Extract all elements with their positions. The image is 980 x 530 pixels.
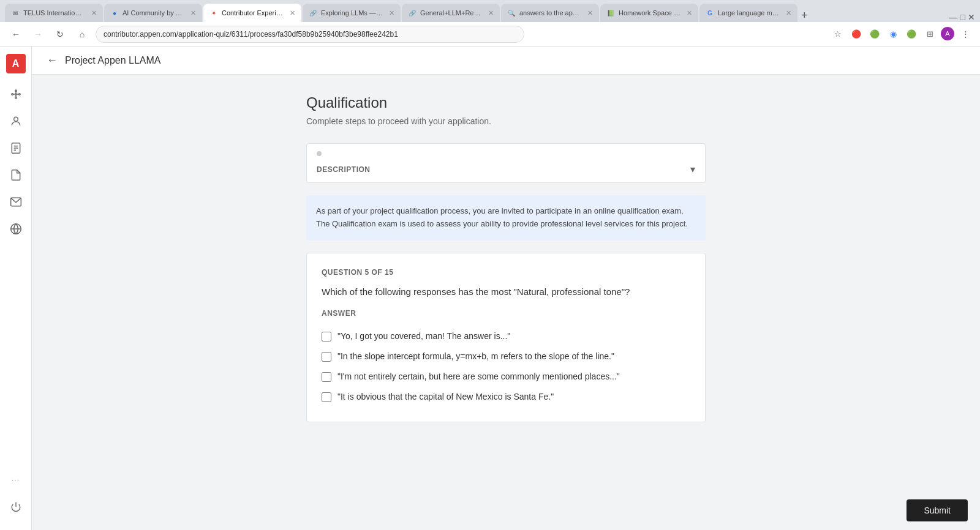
- back-link[interactable]: ←: [47, 54, 58, 67]
- sidebar-power-button[interactable]: [5, 496, 27, 518]
- tab-favicon-telus: ✉: [11, 9, 20, 17]
- tab-close-answers[interactable]: ✕: [587, 9, 593, 17]
- tab-close-general[interactable]: ✕: [488, 9, 494, 17]
- answer-checkbox-4[interactable]: [322, 392, 331, 402]
- tab-favicon-general: 🔗: [408, 9, 417, 17]
- answer-option-1: "Yo, I got you covered, man! The answer …: [322, 326, 690, 346]
- tab-label-homework: Homework Space - Stud...: [619, 9, 680, 17]
- sidebar-item-globe[interactable]: [5, 218, 27, 240]
- answer-text-3: "I'm not entirely certain, but here are …: [337, 371, 620, 381]
- url-bar[interactable]: contributor.appen.com/application-quiz/6…: [96, 26, 524, 43]
- tab-telus[interactable]: ✉ TELUS International AI-C... ✕: [5, 4, 103, 22]
- question-text: Which of the following responses has the…: [322, 286, 690, 297]
- sidebar-dots-button[interactable]: ···: [5, 469, 27, 491]
- sidebar-item-file[interactable]: [5, 164, 27, 186]
- answer-option-4: "It is obvious that the capital of New M…: [322, 387, 690, 407]
- reload-button[interactable]: ↻: [51, 26, 69, 43]
- url-text: contributor.appen.com/application-quiz/6…: [104, 30, 398, 39]
- answer-checkbox-2[interactable]: [322, 352, 331, 362]
- sidebar-item-mail[interactable]: [5, 191, 27, 213]
- tab-label-answers: answers to the appen lla...: [519, 9, 581, 17]
- answer-text-1: "Yo, I got you covered, man! The answer …: [337, 331, 510, 341]
- description-accordion: DESCRIPTION ▾: [306, 143, 706, 183]
- question-number: QUESTION 5 OF 15: [322, 268, 690, 277]
- minimize-button[interactable]: —: [949, 12, 958, 22]
- forward-button[interactable]: →: [29, 26, 47, 43]
- address-bar-row: ← → ↻ ⌂ contributor.appen.com/applicatio…: [0, 22, 980, 47]
- info-text: As part of your project qualification pr…: [316, 206, 688, 228]
- qualification-heading: Qualification: [306, 94, 706, 111]
- tab-homework[interactable]: 📗 Homework Space - Stud... ✕: [600, 4, 698, 22]
- answer-option-3: "I'm not entirely certain, but here are …: [322, 367, 690, 387]
- tab-close-llm-re[interactable]: ✕: [786, 9, 791, 17]
- svg-point-9: [13, 117, 18, 121]
- qualification-subtitle: Complete steps to proceed with your appl…: [306, 116, 706, 126]
- tab-answers[interactable]: 🔍 answers to the appen lla... ✕: [501, 4, 599, 22]
- sidebar: A: [0, 47, 32, 530]
- extension-3-icon[interactable]: ◉: [886, 27, 900, 42]
- bookmark-icon[interactable]: ☆: [831, 27, 845, 42]
- extension-2-icon[interactable]: 🟢: [867, 27, 882, 42]
- main-content: ← Project Appen LLAMA Qualification Comp…: [32, 47, 980, 530]
- extensions-button[interactable]: ⊞: [922, 27, 937, 42]
- menu-button[interactable]: ⋮: [958, 27, 973, 42]
- tab-contributor[interactable]: ✦ Contributor Experience ✕: [203, 4, 301, 22]
- accordion-label: DESCRIPTION: [317, 165, 371, 174]
- tab-label-telus: TELUS International AI-C...: [23, 9, 85, 17]
- tab-label-contributor: Contributor Experience: [222, 9, 284, 17]
- tab-llm-re[interactable]: G Large language model re... ✕: [699, 4, 797, 22]
- accordion-header[interactable]: DESCRIPTION ▾: [307, 159, 705, 182]
- tab-label-llms: Exploring LLMs — Large ...: [321, 9, 383, 17]
- extension-1-icon[interactable]: 🔴: [849, 27, 864, 42]
- sidebar-item-document[interactable]: [5, 137, 27, 159]
- close-window-button[interactable]: ✕: [968, 12, 975, 22]
- tab-close-homework[interactable]: ✕: [687, 9, 692, 17]
- app-logo[interactable]: A: [6, 54, 26, 73]
- content-area: Qualification Complete steps to proceed …: [292, 94, 720, 422]
- svg-point-1: [15, 90, 17, 92]
- tab-bar: ✉ TELUS International AI-C... ✕ ● AI Com…: [0, 0, 980, 22]
- tab-general[interactable]: 🔗 General+LLM+Responses... ✕: [402, 4, 500, 22]
- submit-button[interactable]: Submit: [907, 499, 968, 521]
- page-title: Project Appen LLAMA: [65, 55, 161, 66]
- info-box: As part of your project qualification pr…: [306, 195, 706, 241]
- tab-close-contributor[interactable]: ✕: [290, 9, 295, 17]
- new-tab-button[interactable]: +: [801, 9, 808, 22]
- tab-close-telus[interactable]: ✕: [91, 9, 97, 17]
- page-header: ← Project Appen LLAMA: [32, 47, 980, 75]
- tab-favicon-contributor: ✦: [209, 9, 218, 17]
- answer-option-2: "In the slope intercept formula, y=mx+b,…: [322, 346, 690, 367]
- tab-close-llms[interactable]: ✕: [389, 9, 394, 17]
- answer-checkbox-1[interactable]: [322, 332, 331, 342]
- svg-point-0: [15, 94, 17, 95]
- dots-icon: ···: [12, 476, 20, 484]
- back-button[interactable]: ←: [7, 26, 24, 43]
- home-button[interactable]: ⌂: [74, 26, 91, 43]
- sidebar-item-person[interactable]: [5, 110, 27, 132]
- tab-ai-community[interactable]: ● AI Community by TELUS ... ✕: [104, 4, 202, 22]
- extension-4-icon[interactable]: 🟢: [904, 27, 919, 42]
- submit-bar: Submit: [894, 491, 980, 530]
- tab-label-llm-re: Large language model re...: [718, 9, 780, 17]
- tab-favicon-llms: 🔗: [309, 9, 317, 17]
- tab-favicon-llm-re: G: [706, 9, 714, 17]
- svg-point-4: [18, 94, 20, 95]
- chevron-down-icon: ▾: [690, 163, 695, 175]
- answer-text-4: "It is obvious that the capital of New M…: [337, 392, 554, 401]
- toolbar-icons: ☆ 🔴 🟢 ◉ 🟢 ⊞ A ⋮: [831, 27, 973, 42]
- answer-label: ANSWER: [322, 309, 690, 318]
- answer-text-2: "In the slope intercept formula, y=mx+b,…: [337, 351, 614, 361]
- profile-icon[interactable]: A: [941, 27, 954, 40]
- tab-close-ai[interactable]: ✕: [190, 9, 196, 17]
- accordion-dot: [317, 151, 322, 156]
- tab-llms[interactable]: 🔗 Exploring LLMs — Large ... ✕: [303, 4, 401, 22]
- app-layout: A: [0, 47, 980, 530]
- sidebar-item-network[interactable]: [5, 83, 27, 105]
- svg-point-3: [11, 94, 13, 95]
- answer-checkbox-3[interactable]: [322, 372, 331, 382]
- tab-label-ai: AI Community by TELUS ...: [123, 9, 184, 17]
- question-card: QUESTION 5 OF 15 Which of the following …: [306, 253, 706, 422]
- svg-point-2: [15, 97, 17, 99]
- maximize-button[interactable]: □: [960, 12, 965, 22]
- tab-label-general: General+LLM+Responses...: [420, 9, 482, 17]
